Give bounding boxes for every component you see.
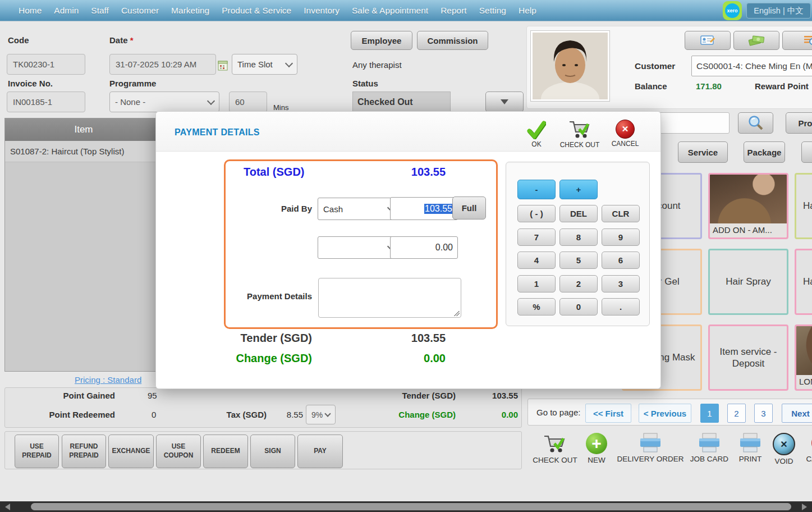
job-card-action[interactable]: JOB CARD [686, 433, 733, 463]
pricing-link[interactable]: Pricing : Standard [75, 375, 141, 385]
catalog-search-button[interactable] [738, 112, 773, 134]
nav-help[interactable]: Help [519, 6, 536, 16]
checkout-action[interactable]: CHECK OUT [531, 433, 579, 464]
second-method-select[interactable] [318, 236, 400, 259]
key-3[interactable]: 3 [602, 275, 640, 292]
tab-service[interactable]: Service [678, 141, 728, 163]
nav-inventory[interactable]: Inventory [304, 6, 340, 16]
transaction-history-button[interactable] [782, 31, 812, 50]
nav-report[interactable]: Report [441, 6, 467, 16]
nav-marketing[interactable]: Marketing [171, 6, 209, 16]
use-prepaid-button[interactable]: USE PREPAID [15, 435, 59, 468]
key-negate[interactable]: ( - ) [517, 205, 556, 222]
xero-logo-icon[interactable]: xero [723, 1, 742, 20]
item-table-header[interactable]: Item [5, 118, 162, 141]
second-amount-input[interactable]: 0.00 [390, 236, 458, 259]
tile-hair-color[interactable]: Hair Color [795, 173, 812, 239]
calendar-icon[interactable] [218, 60, 228, 71]
tab-package[interactable]: Package [744, 141, 785, 163]
scroll-left-icon[interactable] [5, 504, 10, 510]
redeem-button[interactable]: REDEEM [203, 435, 248, 468]
key-clr[interactable]: CLR [602, 205, 640, 222]
key-1[interactable]: 1 [517, 275, 556, 292]
key-4[interactable]: 4 [517, 252, 556, 269]
employee-button[interactable]: Employee [351, 31, 412, 50]
key-2[interactable]: 2 [559, 275, 598, 292]
balance-value: 171.80 [696, 81, 722, 91]
cash-icon [748, 35, 765, 46]
full-button[interactable]: Full [452, 196, 486, 220]
modal-cancel-button[interactable]: ✕ CANCEL [607, 120, 643, 148]
date-field[interactable]: 31-07-2025 10:29 AM [109, 54, 216, 75]
tile-item-service-deposit[interactable]: Item service - Deposit [708, 324, 788, 391]
nav-home[interactable]: Home [19, 6, 42, 16]
paid-amount-input[interactable]: 103.55 [390, 197, 458, 220]
nav-staff[interactable]: Staff [91, 6, 109, 16]
pay-button[interactable]: PAY [297, 435, 343, 468]
nav-setting[interactable]: Setting [479, 6, 506, 16]
tile-hair-spray[interactable]: Hair Spray [708, 249, 788, 315]
page-next-button[interactable]: Next > [782, 404, 812, 423]
scroll-right-icon[interactable] [802, 504, 807, 510]
key-6[interactable]: 6 [602, 252, 640, 269]
tab-category[interactable]: Category [801, 141, 812, 163]
key-0[interactable]: 0 [559, 298, 598, 316]
customer-field[interactable]: CS00001-4: Chee Ming En (M [691, 56, 812, 76]
total-value: 103.55 [369, 166, 446, 179]
tile-hair-treatment[interactable]: Hair Treatment [795, 249, 812, 315]
key-plus[interactable]: + [559, 180, 598, 199]
key-5[interactable]: 5 [559, 252, 598, 269]
reward-point-label: Reward Point [755, 81, 809, 91]
modal-title: PAYMENT DETAILS [175, 127, 260, 138]
scrollbar-thumb[interactable] [31, 503, 791, 510]
page-first-button[interactable]: << First [585, 404, 631, 423]
customer-cash-button[interactable] [733, 31, 779, 50]
tax-rate-select[interactable]: 9% [306, 405, 336, 424]
key-dot[interactable]: . [602, 298, 640, 316]
page-1-button[interactable]: 1 [700, 404, 719, 423]
payment-details-textarea[interactable] [318, 278, 461, 318]
language-switcher[interactable]: English | 中文 [746, 3, 811, 19]
key-9[interactable]: 9 [602, 228, 640, 246]
tile-long-hair[interactable]: LONG HAIR [795, 324, 812, 391]
void-action[interactable]: ✕ VOID [771, 433, 797, 465]
use-coupon-button[interactable]: USE COUPON [156, 435, 201, 468]
key-7[interactable]: 7 [517, 228, 556, 246]
key-minus[interactable]: - [517, 180, 556, 199]
status-dropdown-button[interactable] [485, 92, 524, 112]
tile-add-on[interactable]: ADD ON - AM... [708, 173, 788, 239]
nav-product-service[interactable]: Product & Service [222, 6, 291, 16]
page-3-button[interactable]: 3 [754, 404, 773, 423]
invoice-field[interactable]: IN00185-1 [7, 92, 85, 112]
nav-menu: Home Admin Staff Customer Marketing Prod… [0, 0, 812, 21]
key-8[interactable]: 8 [559, 228, 598, 246]
delivery-order-action[interactable]: DELIVERY ORDER [617, 433, 683, 463]
page-previous-button[interactable]: < Previous [639, 404, 691, 423]
refund-prepaid-button[interactable]: REFUND PREPAID [62, 435, 106, 468]
key-del[interactable]: DEL [559, 205, 598, 222]
commission-button[interactable]: Commission [417, 31, 488, 50]
print-action[interactable]: PRINT [736, 433, 764, 463]
nav-sale-appointment[interactable]: Sale & Appointment [352, 6, 428, 16]
cancel-action[interactable]: ✕ CANCEL [805, 433, 812, 463]
modal-ok-button[interactable]: OK [519, 121, 554, 148]
programme-select[interactable]: - None - [109, 92, 219, 112]
nav-admin[interactable]: Admin [54, 6, 79, 16]
modal-checkout-button[interactable]: CHECK OUT [554, 118, 605, 149]
duration-field[interactable]: 60 [229, 92, 267, 112]
customer-avatar [533, 33, 608, 99]
key-percent[interactable]: % [517, 298, 556, 316]
paid-by-select[interactable]: Cash [318, 198, 400, 220]
time-slot-select[interactable]: Time Slot [232, 54, 297, 75]
sign-button[interactable]: SIGN [250, 435, 295, 468]
exchange-button[interactable]: EXCHANGE [108, 435, 154, 468]
new-action[interactable]: + NEW [584, 433, 609, 464]
promotion-button[interactable]: Promotion [786, 112, 812, 134]
customer-edit-button[interactable] [685, 31, 731, 50]
resize-grip-icon[interactable] [454, 310, 460, 316]
nav-customer[interactable]: Customer [121, 6, 159, 16]
table-row[interactable]: S01087-2: Haircut (Top Stylist) [5, 141, 162, 162]
code-field[interactable]: TK00230-1 [7, 54, 85, 75]
horizontal-scrollbar[interactable] [0, 501, 812, 512]
page-2-button[interactable]: 2 [727, 404, 746, 423]
